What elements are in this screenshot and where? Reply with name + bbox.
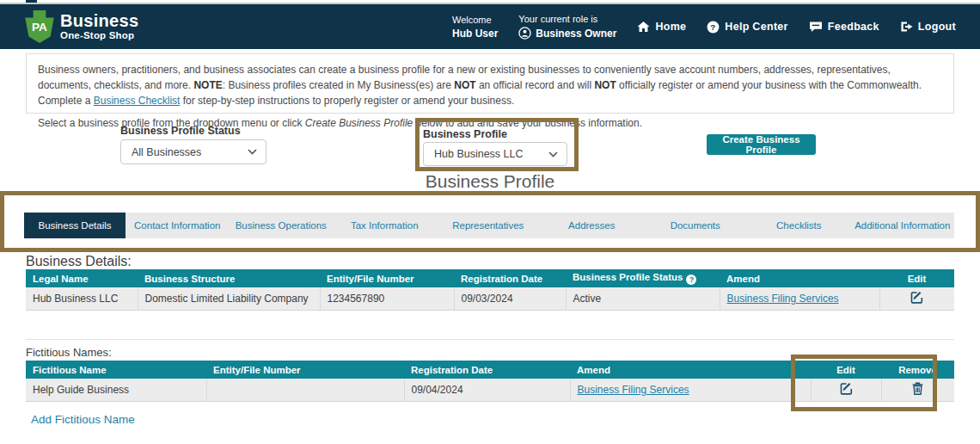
status-filter-value: All Businesses bbox=[132, 146, 201, 158]
fictitious-names-table: Fictitious Name Entity/File Number Regis… bbox=[26, 361, 954, 402]
col-fn-entity-file-number: Entity/File Number bbox=[206, 361, 404, 379]
status-filter-label: Business Profile Status bbox=[120, 125, 241, 137]
current-role[interactable]: Business Owner bbox=[518, 27, 616, 40]
profile-select-value: Hub Business LLC bbox=[434, 148, 524, 160]
col-fn-amend: Amend bbox=[570, 361, 811, 379]
col-business-profile-status: Business Profile Status? bbox=[566, 269, 720, 287]
tab-documents[interactable]: Documents bbox=[644, 213, 748, 238]
business-details-table: Legal Name Business Structure Entity/Fil… bbox=[26, 269, 954, 311]
business-checklist-link[interactable]: Business Checklist bbox=[94, 95, 181, 107]
col-fn-edit: Edit bbox=[811, 361, 881, 379]
fictitious-names-heading: Fictitious Names: bbox=[26, 346, 112, 359]
nav-feedback-label: Feedback bbox=[828, 21, 879, 33]
logo-text: Business One-Stop Shop bbox=[60, 12, 138, 41]
status-help-icon[interactable]: ? bbox=[686, 274, 696, 285]
fictitious-name-row: Help Guide Business 09/04/2024 Business … bbox=[26, 379, 954, 401]
tab-addresses[interactable]: Addresses bbox=[540, 213, 644, 238]
amend-fictitious-link[interactable]: Business Filing Services bbox=[578, 384, 689, 396]
feedback-icon bbox=[809, 21, 823, 33]
app-logo[interactable]: PA Business One-Stop Shop bbox=[24, 9, 138, 45]
cell-amend: Business Filing Services bbox=[720, 287, 879, 310]
welcome-block: Welcome Hub User bbox=[452, 15, 498, 40]
tab-tax-information[interactable]: Tax Information bbox=[333, 213, 437, 238]
logout-icon bbox=[900, 21, 913, 33]
user-name: Hub User bbox=[452, 28, 498, 40]
cell-fn-amend: Business Filing Services bbox=[570, 379, 811, 401]
tab-contact-information[interactable]: Contact Information bbox=[126, 213, 230, 238]
fictitious-names-header-row: Fictitious Name Entity/File Number Regis… bbox=[26, 361, 954, 379]
status-filter-select[interactable]: All Businesses bbox=[120, 139, 266, 164]
col-fictitious-name: Fictitious Name bbox=[26, 361, 206, 379]
user-circle-icon bbox=[518, 27, 531, 40]
cell-registration-date: 09/03/2024 bbox=[454, 287, 566, 310]
profile-select-label: Business Profile bbox=[423, 128, 507, 140]
welcome-label: Welcome bbox=[452, 15, 498, 25]
svg-text:?: ? bbox=[711, 22, 716, 31]
tab-business-details[interactable]: Business Details bbox=[24, 213, 126, 238]
intro-panel: Business owners, practitioners, and busi… bbox=[26, 53, 954, 114]
edit-business-icon[interactable] bbox=[910, 291, 923, 306]
chevron-down-icon bbox=[248, 149, 257, 155]
nav-logout-label: Logout bbox=[918, 21, 956, 33]
nav-home[interactable]: Home bbox=[637, 21, 686, 33]
profile-select[interactable]: Hub Business LLC bbox=[423, 142, 567, 166]
nav-help-center[interactable]: ? Help Center bbox=[707, 21, 787, 34]
role-value: Business Owner bbox=[536, 28, 616, 40]
chevron-down-icon bbox=[548, 151, 558, 157]
cell-fn-entity-file-number bbox=[206, 379, 404, 401]
pa-keystone-icon: PA bbox=[24, 9, 55, 45]
role-label: Your current role is bbox=[518, 14, 616, 24]
nav-help-label: Help Center bbox=[725, 21, 787, 33]
tab-business-operations[interactable]: Business Operations bbox=[230, 213, 334, 238]
cell-fn-remove bbox=[881, 379, 954, 401]
col-entity-file-number: Entity/File Number bbox=[320, 269, 454, 287]
edit-fictitious-icon[interactable] bbox=[840, 382, 853, 398]
col-fn-remove: Remove bbox=[881, 361, 954, 379]
logo-subtitle: One-Stop Shop bbox=[60, 31, 138, 41]
page: PA Business One-Stop Shop Welcome Hub Us… bbox=[0, 0, 980, 444]
add-fictitious-name-link[interactable]: Add Fictitious Name bbox=[31, 413, 135, 426]
nav-feedback[interactable]: Feedback bbox=[809, 21, 879, 33]
col-fn-registration-date: Registration Date bbox=[404, 361, 570, 379]
col-amend: Amend bbox=[720, 269, 879, 287]
cell-fn-edit bbox=[811, 379, 881, 401]
create-business-profile-button[interactable]: Create Business Profile bbox=[707, 134, 816, 155]
help-icon: ? bbox=[707, 21, 720, 34]
intro-paragraph-1: Business owners, practitioners, and busi… bbox=[38, 62, 942, 108]
cell-business-structure: Domestic Limited Liability Company bbox=[138, 287, 320, 310]
business-details-row: Hub Business LLC Domestic Limited Liabil… bbox=[26, 287, 954, 310]
nav-home-label: Home bbox=[655, 21, 686, 33]
tab-additional-information[interactable]: Additional Information bbox=[851, 213, 955, 238]
col-business-structure: Business Structure bbox=[138, 269, 320, 287]
business-details-header-row: Legal Name Business Structure Entity/Fil… bbox=[26, 269, 954, 287]
svg-text:PA: PA bbox=[32, 21, 47, 34]
profile-tab-bar: Business Details Contact Information Bus… bbox=[24, 213, 954, 238]
section-divider bbox=[26, 339, 954, 340]
home-icon bbox=[637, 21, 650, 33]
page-title: Business Profile bbox=[0, 171, 980, 192]
role-block: Your current role is Business Owner bbox=[518, 14, 616, 40]
col-edit: Edit bbox=[879, 269, 954, 287]
remove-fictitious-icon[interactable] bbox=[912, 382, 923, 398]
col-registration-date: Registration Date bbox=[454, 269, 566, 287]
logo-title: Business bbox=[60, 12, 138, 29]
cell-status: Active bbox=[566, 287, 720, 310]
col-legal-name: Legal Name bbox=[26, 269, 138, 287]
tab-representatives[interactable]: Representatives bbox=[437, 213, 541, 238]
amend-business-link[interactable]: Business Filing Services bbox=[727, 293, 839, 305]
nav-logout[interactable]: Logout bbox=[900, 21, 956, 33]
cell-fictitious-name: Help Guide Business bbox=[26, 379, 206, 401]
business-details-heading: Business Details: bbox=[26, 254, 132, 269]
tab-checklists[interactable]: Checklists bbox=[747, 213, 851, 238]
cell-legal-name: Hub Business LLC bbox=[26, 287, 138, 310]
cell-edit bbox=[879, 287, 954, 310]
cell-fn-registration-date: 09/04/2024 bbox=[404, 379, 570, 401]
app-header: PA Business One-Stop Shop Welcome Hub Us… bbox=[0, 4, 980, 49]
cell-entity-file-number: 1234567890 bbox=[320, 287, 454, 310]
